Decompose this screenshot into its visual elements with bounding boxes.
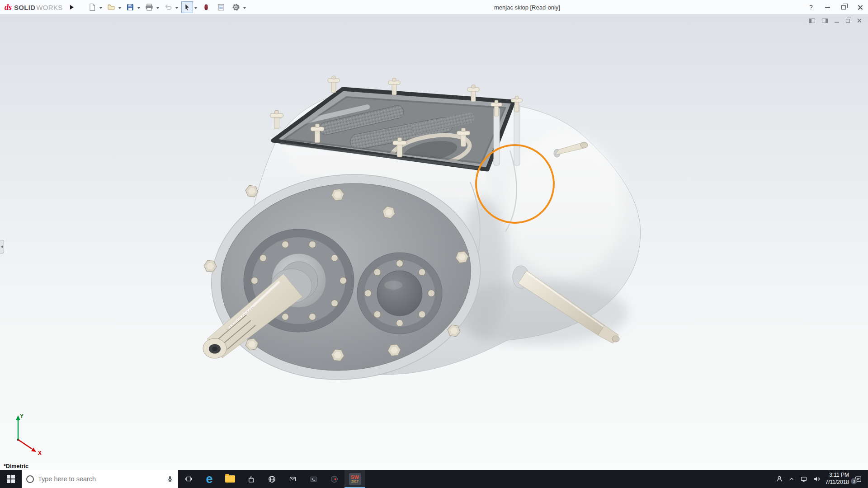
printer-icon [145, 3, 153, 11]
show-desktop-button[interactable] [865, 470, 868, 488]
document-title: menjac sklop [Read-only] [494, 4, 560, 11]
taskbar-app-store[interactable] [241, 470, 261, 488]
hidden-icons-button[interactable] [788, 476, 795, 482]
solidworks-logo: ds SOLIDWORKS [5, 3, 63, 12]
minimize-button[interactable] [819, 0, 835, 14]
save-floppy-icon [126, 3, 134, 11]
solidworks-app-icon: SW 2017 [349, 473, 361, 485]
taskbar: e [0, 470, 868, 488]
restore-icon [846, 19, 850, 23]
pane-right-icon [822, 19, 828, 23]
store-bag-icon [247, 475, 255, 483]
dassault-ds-icon: ds [5, 3, 12, 12]
action-center-button[interactable]: 3 [854, 475, 862, 483]
gearbox-model[interactable]: Y X [0, 15, 868, 470]
volume-button[interactable] [813, 475, 820, 483]
system-tray: 3:11 PM 7/11/2018 3 [776, 470, 865, 488]
chevron-down-icon[interactable] [156, 7, 159, 10]
logo-text-solid: SOLID [14, 4, 35, 11]
print-button[interactable] [143, 1, 155, 13]
open-folder-icon [107, 3, 115, 11]
chevron-down-icon[interactable] [118, 7, 121, 10]
orientation-triad[interactable]: Y X [16, 413, 42, 456]
undo-arrow-icon [164, 3, 172, 11]
logo-text-works: WORKS [36, 4, 62, 11]
file-properties-icon [217, 3, 225, 11]
taskbar-clock[interactable]: 3:11 PM 7/11/2018 [826, 472, 849, 486]
save-button[interactable] [124, 1, 136, 13]
taskbar-app-browser[interactable] [261, 470, 282, 488]
gear-icon [232, 3, 240, 11]
people-button[interactable] [776, 475, 783, 483]
microphone-icon[interactable] [166, 475, 174, 483]
solidworks-window: ds SOLIDWORKS [0, 0, 868, 488]
close-button[interactable] [852, 0, 868, 14]
triad-y-label: Y [20, 413, 24, 419]
chevron-down-icon[interactable] [137, 7, 140, 10]
options-button[interactable] [230, 1, 242, 13]
taskbar-app-edge[interactable]: e [199, 470, 220, 488]
pane-toggle-left-button[interactable] [809, 19, 815, 23]
chevron-down-icon[interactable] [243, 7, 246, 10]
cortana-circle-icon [26, 475, 34, 483]
close-icon [857, 18, 862, 23]
chevron-down-icon[interactable] [194, 7, 197, 10]
pane-toggle-right-button[interactable] [822, 19, 828, 23]
search-input[interactable] [38, 475, 162, 483]
play-arrow-icon [70, 5, 74, 9]
taskbar-app-solidworks-2017[interactable]: SW 2017 [344, 470, 365, 488]
solidworks-badge-bottom: 2017 [351, 480, 359, 483]
close-document-button[interactable] [857, 18, 862, 23]
restore-icon [841, 5, 846, 9]
window-controls: ? [803, 0, 868, 14]
minimize-icon [835, 22, 839, 23]
triad-x-label: X [38, 450, 42, 456]
select-tool-button[interactable] [181, 1, 193, 13]
toolbar-expander-button[interactable] [70, 5, 74, 9]
clock-date: 7/11/2018 [826, 479, 849, 486]
quick-toolbar [86, 1, 249, 13]
restore-button[interactable] [835, 0, 852, 14]
output-bearing-flange[interactable] [357, 253, 442, 334]
network-icon [800, 475, 807, 483]
open-document-button[interactable] [105, 1, 117, 13]
view-orientation-label: *Dimetric [4, 463, 28, 469]
chevron-down-icon[interactable] [175, 7, 178, 10]
help-button[interactable]: ? [803, 4, 819, 11]
titlebar: ds SOLIDWORKS [0, 0, 868, 15]
volume-icon [813, 475, 820, 483]
new-document-button[interactable] [86, 1, 98, 13]
taskbar-app-media[interactable] [324, 470, 344, 488]
task-view-icon [185, 475, 193, 483]
chevron-up-icon [788, 476, 795, 482]
graphics-area[interactable]: Y X *Dimetric [0, 15, 868, 470]
task-view-button[interactable] [178, 470, 199, 488]
media-app-icon [330, 475, 338, 483]
taskbar-app-mail[interactable] [282, 470, 303, 488]
triad-x-arrow [31, 448, 36, 452]
start-button[interactable] [0, 470, 22, 488]
undo-button[interactable] [162, 1, 174, 13]
panel-collapse-tab[interactable] [0, 240, 4, 253]
xpress-products-button[interactable] [200, 1, 212, 13]
chevron-down-icon[interactable] [99, 7, 102, 10]
people-icon [776, 475, 783, 483]
close-icon [857, 5, 863, 10]
minimize-icon [825, 7, 830, 8]
notification-badge: 3 [851, 478, 857, 484]
taskbar-search[interactable] [22, 470, 178, 488]
solidworks-badge-top: SW [351, 475, 359, 480]
minimize-document-button[interactable] [835, 19, 839, 23]
file-properties-button[interactable] [215, 1, 227, 13]
edge-browser-icon: e [206, 473, 212, 485]
taskbar-app-file-explorer[interactable] [220, 470, 241, 488]
mail-envelope-icon [289, 475, 297, 483]
network-button[interactable] [800, 475, 807, 483]
browser-globe-icon [268, 475, 276, 483]
triad-x-axis [18, 440, 32, 449]
terminal-icon [310, 475, 317, 483]
clock-time: 3:11 PM [826, 472, 849, 479]
restore-document-button[interactable] [846, 19, 850, 23]
windows-logo-icon [7, 475, 15, 483]
taskbar-app-terminal[interactable] [303, 470, 324, 488]
